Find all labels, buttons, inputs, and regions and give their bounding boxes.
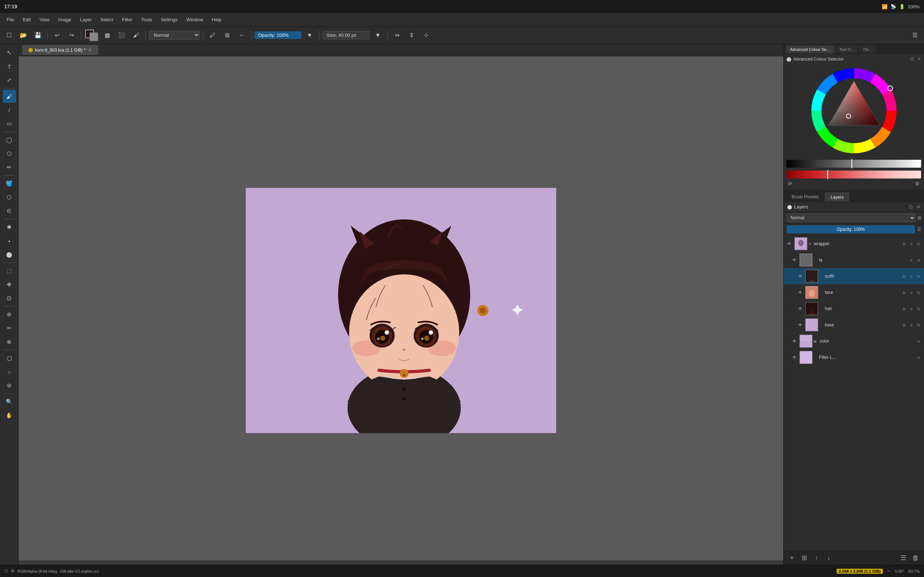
paint-tool[interactable]: 🖌 — [3, 90, 16, 103]
color-selector[interactable] — [84, 29, 99, 42]
color-picker[interactable]: ✱ — [3, 221, 16, 234]
text-tool[interactable]: T — [3, 60, 16, 73]
layer-row-color[interactable]: 👁 ▶ color α — [783, 333, 924, 350]
pattern-button[interactable]: ▦ — [101, 29, 113, 42]
menu-select[interactable]: Select — [97, 16, 117, 24]
menu-window[interactable]: Window — [183, 16, 207, 24]
layer-visible-filter[interactable]: 👁 — [791, 354, 798, 361]
layer-row-outfit[interactable]: 👁 ▾ outfit ⊞ α fx — [783, 268, 924, 285]
canvas-tab-close[interactable]: ✕ — [88, 47, 92, 53]
layer-alpha-face[interactable]: α — [908, 289, 914, 296]
menu-image[interactable]: Image — [55, 16, 75, 24]
rect-tool[interactable]: ▭ — [3, 117, 16, 130]
menu-settings[interactable]: Settings — [157, 16, 181, 24]
layer-fx-outfit[interactable]: fx — [915, 273, 922, 279]
move-tool[interactable]: ✥ — [3, 278, 16, 291]
layer-row-base[interactable]: 👁 ▾ base ⊞ α fx — [783, 317, 924, 333]
ellipse-tool[interactable]: ◯ — [3, 134, 16, 147]
layer-fx-base[interactable]: fx — [915, 322, 922, 328]
open-button[interactable]: 📂 — [17, 29, 30, 42]
delete-layer-button[interactable]: 🗑 — [910, 553, 921, 563]
layer-visible-outfit[interactable]: 👁 — [796, 272, 804, 280]
menu-layer[interactable]: Layer — [76, 16, 95, 24]
selection-ellipse[interactable]: ○ — [3, 365, 16, 378]
layers-close-button[interactable]: ✕ — [916, 204, 921, 210]
undo-button[interactable]: ↩ — [51, 29, 63, 42]
layer-row-hair[interactable]: 👁 ▾ hair ⊞ α fx — [783, 301, 924, 317]
line-tool[interactable]: / — [3, 103, 16, 116]
layers-tab[interactable]: Layers — [825, 193, 849, 201]
wrap-mode-button[interactable]: ⊞ — [221, 29, 233, 42]
menu-filter[interactable]: Filter — [118, 16, 136, 24]
panel-tab-tool[interactable]: Tool O... — [835, 45, 858, 53]
redo-button[interactable]: ↪ — [65, 29, 78, 42]
flip-h-button[interactable]: ⇔ — [391, 29, 403, 42]
float-button[interactable]: ⊡ — [910, 56, 914, 62]
symmetry-button[interactable]: ↔ — [235, 29, 247, 42]
menu-help[interactable]: Help — [208, 16, 225, 24]
color-bar[interactable] — [787, 171, 921, 179]
layer-row-wrapper[interactable]: 👁 ▾ wrapper ⊞ α fx — [783, 236, 924, 252]
flip-v-button[interactable]: ⇕ — [405, 29, 418, 42]
layer-row-filter[interactable]: 👁 ▾ Filter L... α — [783, 350, 924, 366]
add-layer-button[interactable]: + — [787, 553, 797, 563]
paint-mode-button[interactable]: 🖊 — [207, 29, 219, 42]
layers-filter-icon[interactable]: ⊞ — [918, 215, 921, 220]
statusbar-icon-1[interactable]: ☐ — [4, 569, 8, 574]
pan-tool[interactable]: ✋ — [3, 409, 16, 422]
lightness-bar[interactable] — [787, 160, 921, 168]
fill-tool[interactable]: ⬡ — [3, 191, 16, 204]
layer-copy-wrapper[interactable]: ⊞ — [901, 240, 908, 247]
menu-file[interactable]: File — [3, 16, 18, 24]
crop-tool[interactable]: ⬚ — [3, 264, 16, 277]
layers-float-button[interactable]: ⊡ — [909, 204, 913, 210]
layer-alpha-filter[interactable]: α — [915, 354, 922, 361]
smart-patch[interactable]: ✂ — [3, 322, 16, 335]
select-tool[interactable]: ↖ — [3, 46, 16, 59]
menu-edit[interactable]: Edit — [19, 16, 34, 24]
layer-copy-hair[interactable]: ⊞ — [901, 305, 908, 312]
panel-tab-color[interactable]: Advanced Colour Se... — [786, 45, 834, 53]
refresh-color-button[interactable]: ⟳ — [788, 181, 792, 187]
layer-fx-wrapper[interactable]: fx — [915, 240, 922, 247]
layer-copy-outfit[interactable]: ⊞ — [901, 273, 908, 279]
transform-button[interactable]: ⊹ — [420, 29, 432, 42]
menu-tools[interactable]: Tools — [137, 16, 155, 24]
layer-row-la[interactable]: 👁 ▾ la α ⊞ — [783, 252, 924, 268]
layer-visible-wrapper[interactable]: 👁 — [786, 240, 793, 247]
save-button[interactable]: 💾 — [32, 29, 44, 42]
layer-alpha-wrapper[interactable]: α — [908, 240, 914, 247]
size-control[interactable]: Size: 40.00 px — [323, 31, 370, 39]
blend-mode-select[interactable]: Normal — [149, 31, 200, 40]
layer-visible-hair[interactable]: 👁 — [796, 305, 804, 312]
gradient-button[interactable]: ⬛ — [115, 29, 128, 42]
canvas-tab-item[interactable]: kuro-tt_003.kra (1.1 GiB) * ✕ — [23, 45, 98, 55]
layer-alpha-hair[interactable]: α — [908, 305, 914, 312]
freehand-tool[interactable]: ✏ — [3, 161, 16, 174]
layers-opacity-menu[interactable]: ☰ — [917, 227, 921, 232]
brush-presets-tab[interactable]: Brush Presets — [787, 193, 824, 201]
statusbar-zoom-decrease[interactable]: − — [887, 568, 890, 574]
clone-tool[interactable]: ⊕ — [3, 335, 16, 348]
brush-settings-button[interactable]: 🖌 — [130, 29, 142, 42]
size-arrow[interactable]: ▼ — [372, 29, 384, 42]
multibrush-tool[interactable]: ⊛ — [3, 308, 16, 321]
layer-alpha-outfit[interactable]: α — [908, 273, 914, 279]
layer-merge-la[interactable]: ⊞ — [915, 257, 922, 263]
layer-fx-face[interactable]: fx — [915, 289, 922, 296]
collapse-icon-wrapper[interactable]: ▾ — [809, 242, 811, 246]
layer-alpha-color[interactable]: α — [915, 338, 922, 344]
layer-visible-face[interactable]: 👁 — [796, 289, 804, 296]
color-options-button[interactable]: ⚙ — [915, 181, 920, 187]
new-doc-button[interactable]: ☐ — [3, 29, 15, 42]
layer-copy-face[interactable]: ⊞ — [901, 289, 908, 296]
stroke-tool[interactable]: ⬤ — [3, 248, 16, 261]
layer-visible-base[interactable]: 👁 — [796, 321, 804, 329]
contiguous-select[interactable]: 🪣 — [3, 177, 16, 190]
panel-tab-overview[interactable]: Ov... — [859, 45, 876, 53]
layer-copy-base[interactable]: ⊞ — [901, 322, 908, 328]
opacity-control[interactable]: Opacity: 100% — [254, 31, 301, 39]
resize-tool[interactable]: ⊡ — [3, 292, 16, 305]
layer-alpha-base[interactable]: α — [908, 322, 914, 328]
fill-selection[interactable]: ▪ — [3, 234, 16, 247]
